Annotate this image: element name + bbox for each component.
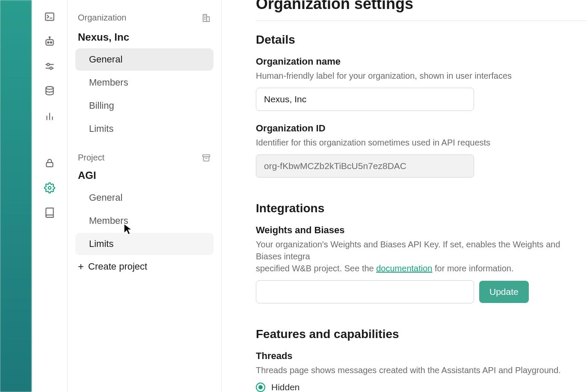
project-section-header: Project [75,150,213,165]
svg-point-6 [49,37,50,38]
archive-icon [202,153,211,163]
features-heading: Features and capabilities [256,327,587,341]
project-section-label: Project [78,153,104,163]
book-icon[interactable] [43,206,56,219]
sidebar-item-org-limits[interactable]: Limits [75,118,213,140]
svg-rect-18 [207,17,209,21]
wandb-api-key-input[interactable] [256,280,474,303]
svg-point-8 [47,63,49,65]
sidebar-item-org-billing[interactable]: Billing [75,95,213,117]
org-id-field-group: Organization ID Identifier for this orga… [256,123,587,178]
page-title: Organization settings [256,0,587,13]
details-section: Details Organization name Human-friendly… [256,33,587,178]
update-button[interactable]: Update [479,281,529,303]
title-divider [256,21,587,21]
robot-icon[interactable] [43,35,56,48]
create-project-label: Create project [88,261,147,272]
threads-label: Threads [256,350,587,362]
building-icon [202,13,211,23]
settings-gear-icon[interactable] [43,181,56,194]
wandb-doc-link[interactable]: documentation [376,264,432,273]
svg-rect-22 [203,154,210,157]
create-project-button[interactable]: + Create project [75,256,213,277]
project-name: AGI [75,165,213,186]
terminal-icon[interactable] [43,10,56,23]
sidebar-item-project-general[interactable]: General [75,187,213,209]
svg-point-10 [50,67,52,69]
threads-option-hidden-row[interactable]: Hidden [256,382,587,392]
database-icon[interactable] [43,85,56,98]
org-section-header: Organization [75,10,213,25]
details-heading: Details [256,33,587,47]
sidebar-item-project-members[interactable]: Members [75,210,213,232]
main-content: Organization settings Details Organizati… [222,0,587,392]
org-section-label: Organization [78,13,126,23]
org-name-input[interactable] [256,88,474,111]
org-name-help: Human-friendly label for your organizati… [256,70,587,82]
svg-point-3 [47,42,49,43]
svg-point-4 [50,42,51,43]
sidebar-item-org-members[interactable]: Members [75,71,213,94]
sliders-icon[interactable] [43,60,56,73]
settings-sidebar: Organization Nexus, Inc General Members … [68,0,222,392]
wandb-help: Your organization's Weights and Biases A… [256,238,587,274]
features-section: Features and capabilities Threads Thread… [256,327,587,392]
svg-rect-2 [46,40,53,45]
sidebar-item-org-general[interactable]: General [75,48,213,71]
org-name-field-group: Organization name Human-friendly label f… [256,56,587,111]
threads-option-hidden-label: Hidden [271,382,300,392]
plus-icon: + [78,261,84,272]
wandb-label: Weights and Biases [256,225,587,236]
org-id-label: Organization ID [256,123,587,134]
lock-icon[interactable] [43,157,56,169]
icon-rail [32,0,68,392]
integrations-heading: Integrations [256,202,587,215]
threads-help: Threads page shows messages created with… [256,364,587,376]
integrations-section: Integrations Weights and Biases Your org… [256,202,587,303]
svg-rect-15 [46,163,53,167]
window-edge [0,0,32,392]
chart-icon[interactable] [43,110,56,122]
svg-point-16 [48,187,51,190]
org-name-label: Organization name [256,56,587,67]
org-id-help: Identifier for this organization sometim… [256,137,587,148]
svg-rect-0 [45,13,54,20]
sidebar-item-project-limits[interactable]: Limits [75,233,213,255]
svg-point-11 [46,86,53,89]
radio-selected-icon [256,383,265,392]
org-id-input[interactable] [256,154,474,178]
org-name: Nexus, Inc [75,25,213,48]
